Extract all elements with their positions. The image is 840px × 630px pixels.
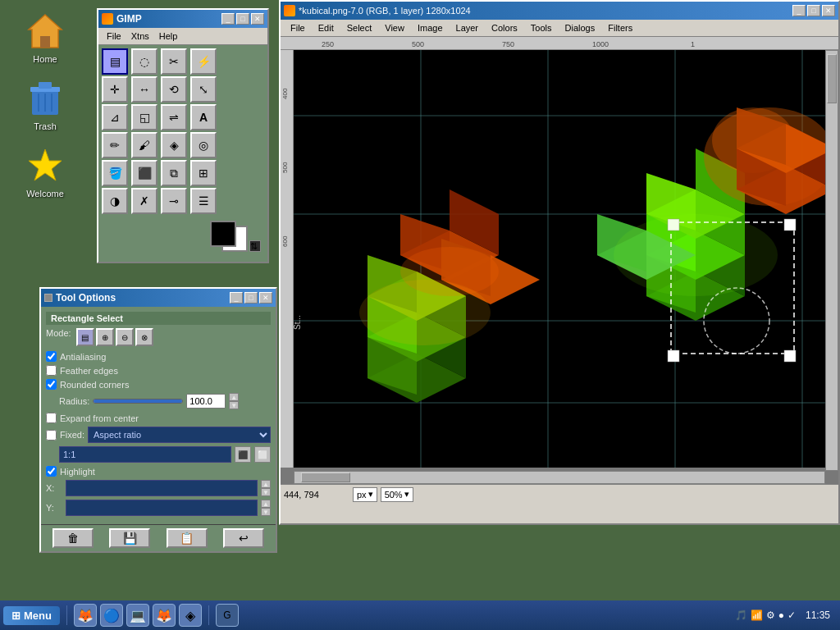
tool-eraser[interactable]: ◈: [161, 132, 187, 158]
y-input[interactable]: 496: [66, 500, 258, 516]
menu-dialogs[interactable]: Dialogs: [559, 21, 602, 34]
tool-move[interactable]: ✛: [102, 76, 128, 103]
scrollbar-h-thumb[interactable]: [301, 472, 350, 482]
menu-file[interactable]: File: [284, 21, 312, 34]
tool-clone[interactable]: ⧉: [161, 160, 187, 186]
tool-fill[interactable]: 🪣: [102, 160, 128, 186]
sidebar-item-home[interactable]: Home: [22, 8, 68, 67]
feather-edges-label[interactable]: Feather edges: [60, 366, 118, 376]
tool-smudge[interactable]: ✗: [131, 188, 158, 214]
tool-dodge[interactable]: ◑: [102, 188, 128, 214]
radius-up-btn[interactable]: ▲: [229, 393, 239, 401]
taskbar-icon-2[interactable]: 🔵: [100, 604, 123, 627]
tool-perspective[interactable]: ◱: [131, 104, 158, 130]
tool-color-pick[interactable]: ⚡: [190, 48, 217, 75]
sidebar-item-trash[interactable]: Trash: [22, 75, 68, 135]
mode-replace-btn[interactable]: ▤: [76, 328, 94, 346]
radius-slider[interactable]: [93, 399, 183, 404]
main-maximize-btn[interactable]: □: [807, 5, 820, 16]
foreground-color-swatch[interactable]: [210, 221, 236, 247]
tool-rotate[interactable]: ⟲: [161, 76, 187, 103]
aspect-ratio-dropdown[interactable]: Aspect ratio: [88, 427, 271, 443]
tool-airbrush[interactable]: ◎: [190, 132, 217, 158]
tool-brush[interactable]: 🖌: [131, 132, 158, 158]
tool-options-minimize[interactable]: _: [230, 292, 243, 304]
menu-colors[interactable]: Colors: [485, 21, 524, 34]
menu-image[interactable]: Image: [411, 21, 450, 34]
scrollbar-v-thumb[interactable]: [827, 54, 837, 103]
x-input[interactable]: 634: [66, 480, 258, 496]
swap-colors-icon[interactable]: ⇅: [249, 240, 261, 252]
scrollbar-horizontal[interactable]: [294, 471, 825, 484]
menu-filters[interactable]: Filters: [601, 21, 639, 34]
tool-blend[interactable]: ⬛: [131, 160, 158, 186]
taskbar-icon-5[interactable]: ◈: [179, 604, 202, 627]
canvas-area[interactable]: St...: [294, 50, 838, 468]
sidebar-item-welcome[interactable]: Welcome: [22, 143, 68, 202]
panel-save-btn[interactable]: 💾: [109, 528, 150, 548]
gimp-menu-help[interactable]: Help: [154, 30, 183, 43]
tool-flip[interactable]: ⇌: [161, 104, 187, 130]
unit-display[interactable]: px ▾: [353, 487, 377, 502]
taskbar-icon-3[interactable]: 💻: [126, 604, 149, 627]
gimp-menu-xtns[interactable]: Xtns: [126, 30, 154, 43]
tool-heal[interactable]: ⊞: [190, 160, 217, 186]
gimp-menu-file[interactable]: File: [102, 30, 126, 43]
tool-options-maximize[interactable]: □: [244, 292, 258, 304]
antialiasing-label[interactable]: Antialiasing: [60, 352, 106, 362]
expand-center-checkbox[interactable]: [46, 413, 57, 423]
radius-down-btn[interactable]: ▼: [229, 401, 239, 409]
ratio-landscape-btn[interactable]: ⬜: [254, 446, 271, 463]
gimp-minimize-btn[interactable]: _: [221, 13, 235, 25]
menu-edit[interactable]: Edit: [312, 21, 340, 34]
antialiasing-checkbox[interactable]: [46, 351, 57, 362]
scrollbar-vertical[interactable]: [825, 50, 838, 471]
main-close-btn[interactable]: ✕: [822, 5, 835, 16]
mode-intersect-btn[interactable]: ⊗: [135, 328, 153, 346]
mode-subtract-btn[interactable]: ⊖: [116, 328, 134, 346]
zoom-dropdown-icon[interactable]: ▾: [404, 489, 409, 500]
expand-center-label[interactable]: Expand from center: [60, 413, 139, 423]
taskbar-icon-4[interactable]: 🦊: [153, 604, 176, 627]
highlight-label[interactable]: Highlight: [60, 467, 95, 477]
taskbar-icon-firefox[interactable]: 🦊: [74, 604, 97, 627]
menu-view[interactable]: View: [378, 21, 411, 34]
y-up-btn[interactable]: ▲: [261, 500, 271, 508]
ratio-portrait-btn[interactable]: ⬛: [235, 446, 251, 463]
zoom-display[interactable]: 50% ▾: [381, 487, 413, 502]
unit-dropdown-icon[interactable]: ▾: [368, 489, 373, 500]
tool-shear[interactable]: ⊿: [102, 104, 128, 130]
start-button[interactable]: ⊞ Menu: [3, 606, 60, 625]
tool-options-close[interactable]: ✕: [259, 292, 272, 304]
panel-delete-btn[interactable]: 🗑: [52, 528, 94, 548]
taskbar-icon-gimp[interactable]: G: [216, 604, 239, 627]
rounded-corners-checkbox[interactable]: [46, 379, 57, 390]
radius-input[interactable]: 100.0: [186, 394, 226, 409]
ratio-input[interactable]: 1:1: [59, 446, 231, 463]
tool-sharpen[interactable]: ⊸: [161, 188, 187, 214]
tool-pencil[interactable]: ✏: [102, 132, 128, 158]
menu-select[interactable]: Select: [340, 21, 379, 34]
fixed-label[interactable]: Fixed:: [60, 430, 84, 440]
highlight-checkbox[interactable]: [46, 466, 57, 477]
x-up-btn[interactable]: ▲: [261, 480, 271, 488]
gimp-maximize-btn[interactable]: □: [236, 13, 249, 25]
mode-add-btn[interactable]: ⊕: [96, 328, 114, 346]
x-down-btn[interactable]: ▼: [261, 488, 271, 496]
gimp-close-btn[interactable]: ✕: [251, 13, 264, 25]
menu-layer[interactable]: Layer: [450, 21, 486, 34]
feather-edges-checkbox[interactable]: [46, 365, 57, 376]
tool-free-select[interactable]: ✂: [161, 48, 187, 75]
tool-ellipse-select[interactable]: ◌: [131, 48, 158, 75]
fixed-checkbox[interactable]: [46, 430, 57, 441]
main-minimize-btn[interactable]: _: [792, 5, 806, 16]
tool-align[interactable]: ↔: [131, 76, 158, 103]
y-down-btn[interactable]: ▼: [261, 508, 271, 516]
tool-scale[interactable]: ⤡: [190, 76, 217, 103]
tool-measure[interactable]: ☰: [190, 188, 217, 214]
rounded-corners-label[interactable]: Rounded corners: [60, 380, 129, 390]
panel-reset-btn[interactable]: ↩: [223, 528, 264, 548]
tool-text[interactable]: A: [190, 104, 217, 130]
menu-tools[interactable]: Tools: [524, 21, 559, 34]
panel-copy-btn[interactable]: 📋: [167, 528, 208, 548]
